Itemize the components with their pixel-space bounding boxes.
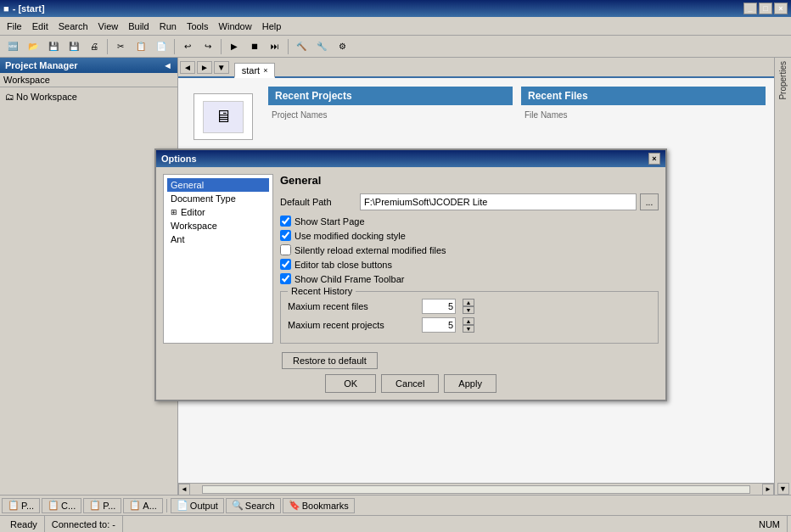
toolbar-build1[interactable]: 🔨 (292, 38, 311, 55)
toolbar-stop[interactable]: ⏹ (245, 38, 264, 55)
toolbar-build3[interactable]: ⚙ (333, 38, 351, 55)
max-recent-files-down[interactable]: ▼ (463, 306, 474, 314)
toolbar-step[interactable]: ⏭ (266, 38, 284, 55)
menu-file[interactable]: File (2, 20, 27, 33)
bottom-tab-bookmarks[interactable]: 🔖 Bookmarks (283, 498, 355, 513)
bottom-tab-search[interactable]: 🔍 Search (226, 498, 281, 513)
bottom-tab-output[interactable]: 📄 Output (171, 498, 224, 513)
dialog-nav-ant[interactable]: Ant (167, 232, 269, 246)
properties-label[interactable]: Properties (778, 61, 788, 100)
bottom-tab-a[interactable]: 📋 A... (123, 498, 163, 513)
dialog-nav-general[interactable]: General (167, 178, 269, 192)
max-recent-files-row: Maxium recent files ▲ ▼ (288, 299, 651, 314)
toolbar: 🆕 📂 💾 💾 🖨 ✂ 📋 📄 ↩ ↪ ▶ ⏹ ⏭ 🔨 🔧 ⚙ (0, 36, 791, 58)
dialog-content-title: General (280, 174, 659, 187)
restore-row: Restore to default (156, 350, 665, 371)
menu-run[interactable]: Run (154, 20, 182, 33)
right-panel-arrow[interactable]: ▼ (777, 483, 789, 495)
tab-start[interactable]: start × (234, 63, 276, 78)
toolbar-undo[interactable]: ↩ (178, 38, 197, 55)
nav-right[interactable]: ► (197, 61, 212, 74)
nav-left[interactable]: ◄ (180, 61, 195, 74)
toolbar-copy[interactable]: 📋 (132, 38, 150, 55)
scroll-left-arrow[interactable]: ◄ (178, 484, 190, 496)
bottom-tab-search-icon: 🔍 (232, 500, 244, 511)
checkbox-silently-reload-input[interactable] (280, 244, 291, 255)
max-recent-projects-up[interactable]: ▲ (463, 317, 474, 325)
bottom-tab-c-icon: 📋 (48, 500, 59, 511)
toolbar-open[interactable]: 📂 (24, 38, 42, 55)
close-button[interactable]: × (774, 3, 788, 14)
toolbar-build2[interactable]: 🔧 (312, 38, 331, 55)
toolbar-run[interactable]: ▶ (225, 38, 244, 55)
tree-item-no-workspace[interactable]: 🗂 No Workspace (3, 91, 174, 103)
menu-edit[interactable]: Edit (27, 20, 53, 33)
toolbar-redo[interactable]: ↪ (199, 38, 217, 55)
toolbar-new[interactable]: 🆕 (3, 38, 22, 55)
menu-search[interactable]: Search (53, 20, 93, 33)
default-path-input[interactable] (360, 193, 637, 210)
menu-help[interactable]: Help (257, 20, 287, 33)
max-recent-files-spinner[interactable]: ▲ ▼ (463, 299, 474, 314)
bottom-tab-p1[interactable]: 📋 P... (2, 498, 40, 513)
max-recent-projects-down[interactable]: ▼ (463, 325, 474, 333)
checkbox-show-start-page-input[interactable] (280, 216, 291, 227)
browse-button[interactable]: ... (640, 193, 659, 210)
title-bar: ■ - [start] _ □ × (0, 0, 791, 17)
toolbar-cut[interactable]: ✂ (111, 38, 130, 55)
toolbar-separator-2 (174, 39, 175, 54)
scroll-track[interactable] (202, 485, 750, 494)
dialog-nav-ant-label: Ant (171, 234, 185, 244)
toolbar-print[interactable]: 🖨 (85, 38, 104, 55)
dialog-close-button[interactable]: × (648, 153, 660, 165)
bottom-tab-c[interactable]: 📋 C... (42, 498, 81, 513)
bottom-tab-search-label: Search (245, 501, 275, 511)
checkbox-docking-style-input[interactable] (280, 230, 291, 241)
bottom-tab-p2[interactable]: 📋 P... (83, 498, 121, 513)
bottom-tab-a-icon: 📋 (129, 500, 141, 511)
horizontal-scrollbar[interactable]: ◄ ► (178, 483, 774, 495)
tab-start-close[interactable]: × (263, 66, 267, 75)
restore-default-button[interactable]: Restore to default (282, 352, 378, 369)
app-icon: ■ (3, 3, 9, 14)
bottom-tab-p1-icon: 📋 (8, 500, 20, 511)
toolbar-save[interactable]: 💾 (44, 38, 63, 55)
checkbox-child-frame-input[interactable] (280, 273, 291, 284)
dialog-nav-editor[interactable]: ⊞ Editor (167, 205, 269, 219)
tree-folder-icon: 🗂 (5, 92, 14, 102)
checkbox-docking-style-label: Use modified docking style (295, 231, 406, 241)
dialog-nav-document-type[interactable]: Document Type (167, 192, 269, 205)
max-recent-projects-spinner[interactable]: ▲ ▼ (463, 317, 474, 333)
title-bar-controls[interactable]: _ □ × (743, 3, 788, 14)
cancel-button[interactable]: Cancel (381, 374, 439, 393)
menu-view[interactable]: View (93, 20, 124, 33)
max-recent-files-input[interactable] (422, 299, 456, 314)
ok-button[interactable]: OK (325, 374, 376, 393)
minimize-button[interactable]: _ (743, 3, 757, 14)
nav-arrows: ◄ ► ▼ (178, 59, 231, 76)
menu-window[interactable]: Window (214, 20, 257, 33)
default-path-row: Default Path ... (280, 193, 659, 210)
checkbox-tab-close-input[interactable] (280, 259, 291, 270)
apply-button[interactable]: Apply (444, 374, 496, 393)
checkbox-child-frame-toolbar: Show Child Frame Toolbar (280, 273, 659, 284)
toolbar-save-all[interactable]: 💾 (65, 38, 83, 55)
menu-build[interactable]: Build (123, 20, 154, 33)
recent-history-title: Recent History (288, 286, 356, 296)
max-recent-files-up[interactable]: ▲ (463, 299, 474, 306)
max-recent-projects-input[interactable] (422, 317, 456, 333)
tab-bar-container: ◄ ► ▼ start × (178, 58, 774, 78)
default-path-label: Default Path (280, 197, 356, 207)
maximize-button[interactable]: □ (759, 3, 772, 14)
toolbar-paste[interactable]: 📄 (152, 38, 171, 55)
menu-tools[interactable]: Tools (182, 20, 214, 33)
tab-start-label: start (242, 65, 260, 76)
sidebar-collapse-icon[interactable]: ◄ (163, 60, 172, 70)
recent-files-header: Recent Files (521, 87, 766, 105)
checkbox-show-start-page-label: Show Start Page (295, 216, 365, 227)
scroll-right-arrow[interactable]: ► (762, 484, 774, 496)
toolbar-separator-3 (221, 39, 222, 54)
nav-down[interactable]: ▼ (214, 61, 229, 74)
dialog-nav-workspace[interactable]: Workspace (167, 219, 269, 232)
bottom-tab-bookmarks-label: Bookmarks (302, 501, 349, 511)
